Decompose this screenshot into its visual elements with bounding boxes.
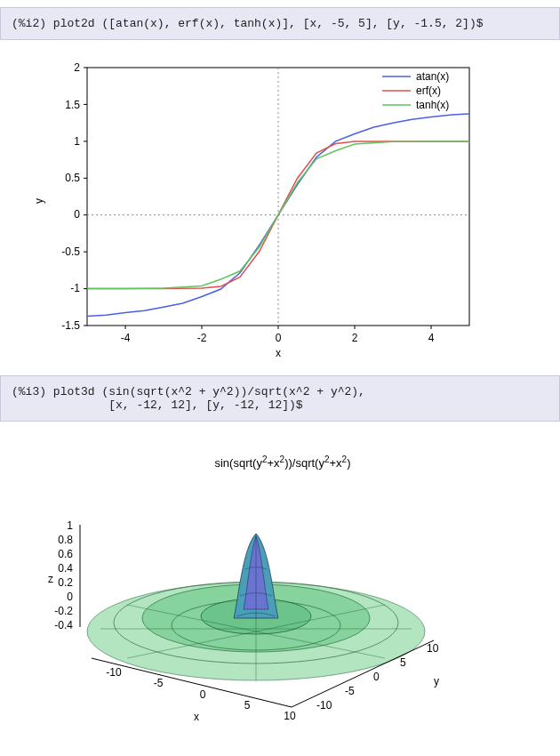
zlabel: z	[48, 573, 53, 585]
xtick-label: 4	[428, 332, 435, 344]
cmd-i2: plot2d ([atan(x), erf(x), tanh(x)], [x, …	[53, 17, 484, 30]
prompt-i3: (%i3)	[12, 385, 46, 398]
legend-atan: atan(x)	[416, 70, 449, 83]
ztick-label: 0.6	[58, 548, 73, 560]
xtick-label: 2	[352, 332, 358, 344]
xtick-label: -10	[106, 666, 122, 679]
xtick-label: 5	[244, 699, 251, 712]
zticks: 1 0.8 0.6 0.4 0.2 0 -0.2 -0.4	[54, 519, 73, 631]
surface	[87, 534, 425, 680]
cmd-i3-line1: plot3d (sin(sqrt(x^2 + y^2))/sqrt(x^2 + …	[53, 385, 365, 398]
ylabel: y	[33, 198, 45, 204]
ztick-label: -0.4	[54, 619, 73, 631]
ztick-label: 0.4	[58, 562, 73, 575]
ztick-label: 0.8	[58, 534, 73, 546]
ytick-label: 0	[74, 208, 80, 221]
ytick-label: -10	[316, 699, 332, 712]
ztick-label: 0	[67, 591, 73, 603]
xtick-label: -2	[197, 332, 207, 344]
legend: atan(x) erf(x) tanh(x)	[382, 70, 449, 111]
ytick-label: 1	[74, 135, 80, 148]
ytick-label: 0.5	[65, 172, 80, 184]
xlabel: x	[194, 711, 199, 723]
ytick-label: 10	[427, 642, 439, 655]
xtick-label: 10	[284, 710, 296, 722]
legend-tanh: tanh(x)	[416, 99, 449, 111]
ytick-label: -1	[70, 282, 80, 294]
ztick-label: 0.2	[58, 576, 73, 589]
plot2d-area: -1.5 -1 -0.5 0 0.5 1 1.5 2 -4 -2 0 2 4 a…	[0, 47, 560, 368]
code-input-i3: (%i3) plot3d (sin(sqrt(x^2 + y^2))/sqrt(…	[0, 375, 560, 422]
ytick-label: 5	[400, 656, 406, 669]
plot3d-area: sin(sqrt(y2+x2))/sqrt(y2+x2) 1 0.8 0.6 0…	[0, 429, 560, 745]
xticks: -4 -2 0 2 4	[121, 326, 435, 344]
plot3d-title: sin(sqrt(y2+x2))/sqrt(y2+x2)	[214, 454, 350, 470]
ytick-label: 0	[373, 671, 380, 683]
plot3d-svg: sin(sqrt(y2+x2))/sqrt(y2+x2) 1 0.8 0.6 0…	[25, 436, 487, 738]
yticks: -1.5 -1 -0.5 0 0.5 1 1.5 2	[61, 61, 87, 332]
xlabel: x	[276, 347, 281, 359]
ztick-label: 1	[67, 519, 73, 532]
ytick-label: -1.5	[61, 319, 80, 332]
xtick-label: 0	[276, 332, 282, 344]
ytick-label: -5	[345, 685, 355, 697]
legend-erf: erf(x)	[416, 84, 441, 97]
prompt-i2: (%i2)	[12, 17, 46, 30]
plot2d-svg: -1.5 -1 -0.5 0 0.5 1 1.5 2 -4 -2 0 2 4 a…	[25, 54, 487, 361]
xtick-label: 0	[200, 688, 206, 701]
cmd-i3-line2: [x, -12, 12], [y, -12, 12])$	[53, 398, 303, 412]
ztick-label: -0.2	[54, 605, 73, 617]
ylabel: y	[434, 675, 439, 688]
ytick-label: 2	[74, 61, 80, 74]
code-input-i2: (%i2) plot2d ([atan(x), erf(x), tanh(x)]…	[0, 7, 560, 40]
ytick-label: 1.5	[65, 99, 80, 111]
xtick-label: -4	[121, 332, 131, 344]
ytick-label: -0.5	[61, 245, 80, 258]
xtick-label: -5	[154, 677, 164, 689]
